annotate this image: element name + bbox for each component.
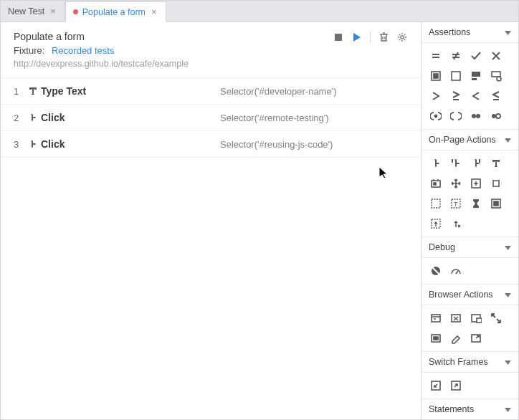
debug-breakpoint-icon[interactable] bbox=[426, 261, 446, 281]
step-number: 3 bbox=[14, 139, 28, 150]
step-action: Click bbox=[41, 112, 220, 123]
assert-gt-icon[interactable] bbox=[426, 86, 446, 106]
fixture-link[interactable]: Recorded tests bbox=[52, 45, 114, 56]
chevron-down-icon bbox=[505, 357, 511, 367]
assert-match-icon[interactable] bbox=[466, 106, 486, 126]
svg-point-12 bbox=[472, 114, 476, 118]
action-hover-icon[interactable] bbox=[486, 194, 506, 214]
svg-marker-16 bbox=[505, 138, 511, 143]
frame-switch-main-icon[interactable] bbox=[446, 376, 466, 396]
action-dragto-icon[interactable] bbox=[466, 173, 486, 194]
step-number: 1 bbox=[14, 86, 28, 97]
svg-rect-9 bbox=[492, 72, 500, 77]
action-clear-upload-icon[interactable] bbox=[446, 214, 466, 234]
assert-not-typeof-icon[interactable] bbox=[486, 66, 506, 86]
action-select-textarea-icon[interactable] bbox=[426, 194, 446, 214]
panel-title: Switch Frames bbox=[429, 357, 488, 367]
step-row[interactable]: 3 Click Selector('#reusing-js-code') bbox=[1, 131, 421, 158]
browser-close-icon[interactable] bbox=[446, 308, 466, 328]
tab-populate-form[interactable]: Populate a form × bbox=[65, 1, 166, 22]
browser-navigate-icon[interactable] bbox=[426, 308, 446, 328]
panel-onpage-actions: On-Page Actions T bbox=[422, 130, 518, 237]
assert-not-match-icon[interactable] bbox=[486, 106, 506, 126]
svg-rect-5 bbox=[434, 74, 438, 78]
action-dblclick-icon[interactable] bbox=[446, 153, 466, 173]
panel-title: Assertions bbox=[429, 27, 470, 37]
type-text-icon bbox=[28, 86, 41, 96]
svg-point-10 bbox=[497, 77, 501, 81]
tab-new-test[interactable]: New Test × bbox=[1, 1, 65, 22]
svg-rect-22 bbox=[432, 199, 440, 208]
assert-gte-icon[interactable] bbox=[446, 86, 466, 106]
browser-resize-fit-icon[interactable] bbox=[426, 328, 446, 348]
debug-speed-icon[interactable] bbox=[446, 261, 466, 281]
settings-button[interactable] bbox=[396, 32, 408, 43]
panel-header-assertions[interactable]: Assertions bbox=[422, 22, 518, 43]
svg-point-11 bbox=[435, 115, 437, 118]
assert-lt-icon[interactable] bbox=[466, 86, 486, 106]
svg-marker-41 bbox=[505, 408, 511, 412]
panel-header-onpage[interactable]: On-Page Actions bbox=[422, 130, 518, 151]
step-number: 2 bbox=[14, 113, 28, 123]
svg-rect-17 bbox=[452, 159, 453, 163]
close-icon[interactable]: × bbox=[49, 6, 57, 16]
delete-button[interactable] bbox=[378, 32, 389, 43]
assert-contains-icon[interactable] bbox=[426, 66, 446, 86]
assert-not-equals-icon[interactable] bbox=[446, 46, 466, 66]
assert-equals-icon[interactable] bbox=[426, 46, 446, 66]
step-row[interactable]: 1 Type Text Selector('#developer-name') bbox=[1, 78, 421, 105]
action-presskey-icon[interactable] bbox=[426, 173, 446, 194]
action-selecttext-icon[interactable] bbox=[486, 173, 506, 194]
frame-switch-to-icon[interactable] bbox=[426, 376, 446, 396]
header-toolbar bbox=[333, 31, 408, 44]
svg-point-2 bbox=[401, 36, 404, 39]
action-select-editable-icon[interactable]: T bbox=[446, 194, 466, 214]
chevron-down-icon bbox=[505, 135, 511, 145]
action-drag-icon[interactable] bbox=[446, 173, 466, 194]
svg-marker-30 bbox=[505, 293, 511, 297]
step-row[interactable]: 2 Click Selector('#remote-testing') bbox=[1, 105, 421, 131]
svg-rect-20 bbox=[434, 183, 436, 185]
browser-dialog-icon[interactable] bbox=[446, 328, 466, 348]
play-button[interactable] bbox=[351, 32, 363, 43]
action-rclick-icon[interactable] bbox=[466, 153, 486, 173]
panel-header-browser[interactable]: Browser Actions bbox=[422, 285, 518, 305]
svg-rect-26 bbox=[494, 201, 498, 206]
test-header: Populate a form Fixture: Recorded tests … bbox=[1, 22, 421, 78]
assert-ok-icon[interactable] bbox=[466, 46, 486, 66]
panel-switch-frames: Switch Frames bbox=[422, 352, 518, 399]
tab-bar: New Test × Populate a form × bbox=[1, 1, 518, 22]
panel-title: Debug bbox=[429, 242, 455, 252]
assert-typeof-icon[interactable] bbox=[466, 66, 486, 86]
actions-panel: Assertions bbox=[422, 22, 518, 419]
fixture-label: Fixture: bbox=[14, 45, 44, 56]
action-typetext-icon[interactable] bbox=[486, 153, 506, 173]
panel-header-statements[interactable]: Statements bbox=[422, 399, 518, 419]
action-wait-icon[interactable] bbox=[466, 194, 486, 214]
assert-not-within-icon[interactable] bbox=[446, 106, 466, 126]
assert-not-contains-icon[interactable] bbox=[446, 66, 466, 86]
panel-header-frames[interactable]: Switch Frames bbox=[422, 352, 518, 373]
panel-title: Statements bbox=[429, 404, 474, 414]
close-icon[interactable]: × bbox=[150, 7, 158, 16]
stop-button[interactable] bbox=[333, 32, 344, 43]
step-selector: Selector('#remote-testing') bbox=[220, 113, 329, 123]
step-selector: Selector('#reusing-js-code') bbox=[220, 139, 333, 150]
panel-header-debug[interactable]: Debug bbox=[422, 237, 518, 258]
assert-lte-icon[interactable] bbox=[486, 86, 506, 106]
assert-within-icon[interactable] bbox=[426, 106, 446, 126]
svg-rect-8 bbox=[472, 78, 477, 80]
svg-rect-31 bbox=[432, 315, 440, 322]
panel-assertions: Assertions bbox=[422, 22, 518, 130]
svg-marker-38 bbox=[505, 361, 511, 365]
browser-screenshot-icon[interactable] bbox=[466, 308, 486, 328]
tab-label: Populate a form bbox=[82, 7, 146, 17]
browser-maximize-icon[interactable] bbox=[466, 328, 486, 348]
svg-text:T: T bbox=[454, 201, 458, 208]
assert-not-ok-icon[interactable] bbox=[486, 46, 506, 66]
browser-resize-icon[interactable] bbox=[486, 308, 506, 328]
panel-statements: Statements f bbox=[422, 399, 518, 419]
action-click-icon[interactable] bbox=[426, 153, 446, 173]
action-upload-icon[interactable] bbox=[426, 214, 446, 234]
tab-label: New Test bbox=[8, 6, 44, 16]
